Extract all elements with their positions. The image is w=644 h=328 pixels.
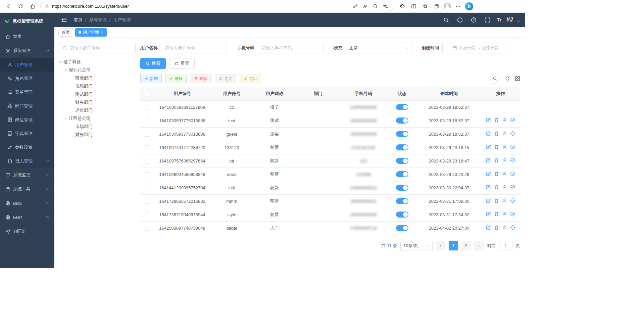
read-aloud-icon[interactable] bbox=[361, 3, 369, 10]
tree-node[interactable]: 橙子科技 bbox=[59, 58, 136, 66]
row-assign-role-icon[interactable] bbox=[510, 144, 515, 149]
sidebar-item-yi-framework[interactable]: Yi框架 bbox=[0, 224, 54, 238]
close-icon[interactable]: × bbox=[101, 30, 103, 35]
row-edit-icon[interactable] bbox=[486, 131, 491, 136]
github-icon[interactable] bbox=[456, 15, 464, 24]
add-button[interactable]: 新增 bbox=[140, 74, 162, 83]
status-toggle[interactable] bbox=[396, 144, 408, 150]
dept-search-input[interactable] bbox=[70, 46, 132, 51]
row-assign-role-icon[interactable] bbox=[510, 171, 515, 176]
username-input[interactable] bbox=[161, 43, 227, 53]
row-reset-password-icon[interactable] bbox=[502, 118, 507, 123]
row-delete-icon[interactable] bbox=[494, 144, 499, 149]
sidebar-item-system-monitor[interactable]: 系统监控 bbox=[0, 168, 54, 182]
row-delete-icon[interactable] bbox=[494, 131, 499, 136]
row-reset-password-icon[interactable] bbox=[502, 171, 507, 176]
sidebar-item-user-management[interactable]: 用户管理 bbox=[0, 58, 54, 72]
sidebar-item-system-tools[interactable]: 系统工具 bbox=[0, 182, 54, 196]
status-toggle[interactable] bbox=[396, 131, 408, 137]
modify-button[interactable]: 修改 bbox=[165, 74, 187, 83]
address-bar[interactable]: https://ccnetcore.com:1101/system/user bbox=[40, 2, 393, 11]
date-range-picker[interactable]: 开始日期 - 结束日期 bbox=[442, 43, 509, 53]
row-checkbox[interactable] bbox=[145, 226, 149, 231]
phone-input[interactable] bbox=[258, 43, 324, 53]
row-checkbox[interactable] bbox=[145, 119, 149, 123]
tree-node[interactable]: 财务部门 bbox=[59, 131, 136, 139]
page-button-2[interactable]: 2 bbox=[461, 241, 471, 250]
row-edit-icon[interactable] bbox=[486, 158, 491, 163]
extensions-icon[interactable] bbox=[398, 2, 407, 11]
sidebar-item-post-management[interactable]: 岗位管理 bbox=[0, 113, 54, 127]
row-assign-role-icon[interactable] bbox=[510, 158, 515, 163]
row-edit-icon[interactable] bbox=[486, 198, 491, 203]
page-button-1[interactable]: 1 bbox=[449, 241, 458, 250]
help-icon[interactable] bbox=[469, 15, 478, 24]
tree-node[interactable]: 财务部门 bbox=[59, 98, 136, 106]
row-reset-password-icon[interactable] bbox=[502, 144, 507, 149]
sidebar-item-dept-management[interactable]: 部门管理 bbox=[0, 99, 54, 113]
row-edit-icon[interactable] bbox=[486, 144, 491, 149]
row-edit-icon[interactable] bbox=[486, 171, 491, 176]
row-assign-role-icon[interactable] bbox=[510, 131, 515, 136]
row-assign-role-icon[interactable] bbox=[510, 198, 515, 203]
fullscreen-icon[interactable] bbox=[483, 15, 492, 24]
password-key-icon[interactable] bbox=[351, 3, 359, 10]
tree-expand-icon[interactable] bbox=[64, 118, 67, 120]
font-size-icon[interactable]: TT bbox=[497, 17, 501, 22]
tree-node[interactable]: 运维部门 bbox=[59, 106, 136, 114]
sidebar-toggle-button[interactable] bbox=[60, 15, 68, 24]
tag-user-management[interactable]: 用户管理 × bbox=[75, 28, 107, 37]
sidebar-item-home[interactable]: 首页 bbox=[0, 30, 54, 44]
row-checkbox[interactable] bbox=[145, 145, 149, 150]
row-checkbox[interactable] bbox=[145, 213, 149, 217]
row-reset-password-icon[interactable] bbox=[502, 198, 507, 203]
row-reset-password-icon[interactable] bbox=[502, 212, 507, 217]
collections-icon[interactable] bbox=[432, 2, 441, 11]
more-menu-button[interactable] bbox=[454, 2, 462, 11]
tree-node[interactable]: 江西总公司 bbox=[59, 114, 136, 123]
row-checkbox[interactable] bbox=[145, 159, 149, 163]
sidebar-item-erp[interactable]: ERP bbox=[0, 210, 54, 224]
sidebar-item-role-management[interactable]: 角色管理 bbox=[0, 72, 54, 85]
status-toggle[interactable] bbox=[396, 212, 408, 218]
row-edit-icon[interactable] bbox=[486, 118, 491, 123]
status-toggle[interactable] bbox=[396, 118, 408, 124]
row-delete-icon[interactable] bbox=[494, 171, 499, 176]
goto-page-input[interactable] bbox=[499, 241, 512, 250]
reload-button[interactable] bbox=[16, 2, 25, 11]
tree-expand-icon[interactable] bbox=[59, 61, 62, 63]
search-button[interactable]: 搜索 bbox=[140, 58, 166, 69]
row-checkbox[interactable] bbox=[145, 105, 149, 110]
prev-page-button[interactable]: ‹ bbox=[436, 241, 445, 250]
delete-button[interactable]: 删除 bbox=[190, 74, 211, 83]
row-assign-role-icon[interactable] bbox=[510, 225, 515, 230]
row-reset-password-icon[interactable] bbox=[502, 158, 507, 163]
tree-node[interactable]: 市场部门 bbox=[59, 123, 136, 131]
column-settings-icon[interactable] bbox=[515, 76, 520, 81]
zoom-out-icon[interactable] bbox=[371, 3, 379, 10]
status-toggle[interactable] bbox=[396, 198, 408, 204]
row-edit-icon[interactable] bbox=[486, 225, 491, 230]
status-toggle[interactable] bbox=[396, 185, 408, 191]
row-edit-icon[interactable] bbox=[486, 212, 491, 217]
sidebar-item-param-settings[interactable]: 参数设置 bbox=[0, 140, 54, 154]
favorites-bar-icon[interactable] bbox=[421, 2, 430, 11]
row-edit-icon[interactable] bbox=[486, 185, 491, 190]
status-toggle[interactable] bbox=[396, 171, 408, 177]
bing-chat-button[interactable]: b bbox=[465, 2, 473, 10]
status-toggle[interactable] bbox=[396, 104, 408, 110]
tree-node[interactable]: 市场部门 bbox=[59, 82, 136, 90]
status-toggle[interactable] bbox=[396, 158, 408, 164]
row-checkbox[interactable] bbox=[145, 132, 149, 137]
select-all-checkbox[interactable] bbox=[145, 92, 149, 96]
row-delete-icon[interactable] bbox=[494, 158, 499, 163]
user-logo[interactable]: YJ bbox=[506, 16, 512, 23]
row-reset-password-icon[interactable] bbox=[502, 225, 507, 230]
profile-avatar[interactable] bbox=[444, 3, 451, 10]
refresh-icon[interactable] bbox=[505, 76, 510, 81]
row-reset-password-icon[interactable] bbox=[502, 185, 507, 190]
back-button[interactable] bbox=[4, 2, 13, 11]
tree-node[interactable]: 测试部门 bbox=[59, 90, 136, 98]
row-delete-icon[interactable] bbox=[494, 212, 499, 217]
row-assign-role-icon[interactable] bbox=[510, 185, 515, 190]
